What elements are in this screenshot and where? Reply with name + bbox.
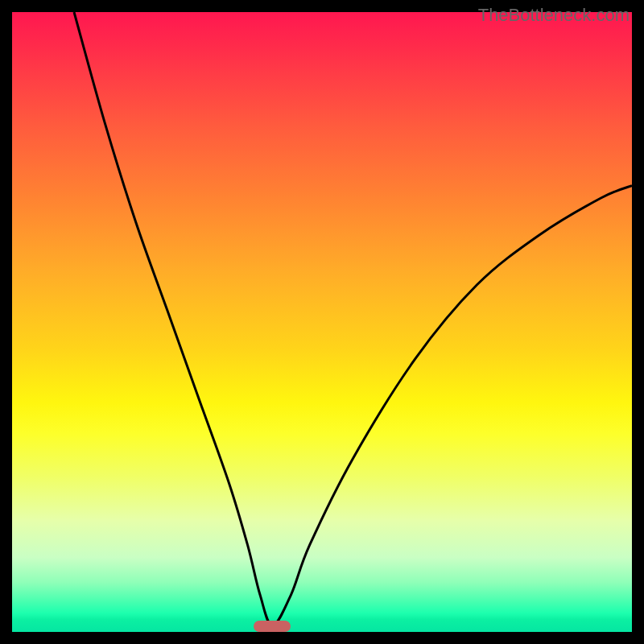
bottleneck-curve — [74, 12, 632, 625]
curve-svg — [12, 12, 632, 632]
watermark-text: TheBottleneck.com — [478, 5, 630, 26]
optimum-marker — [254, 621, 291, 632]
plot-area — [12, 12, 632, 632]
